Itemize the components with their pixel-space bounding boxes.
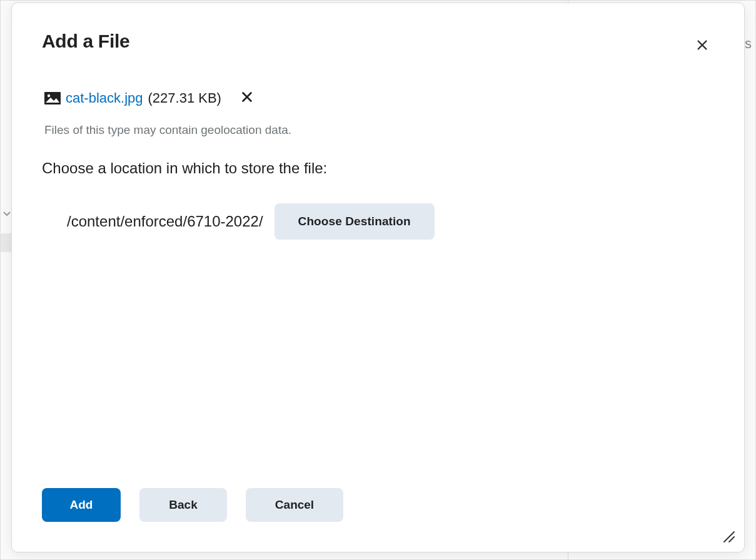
add-file-modal: Add a File cat-black.jpg (227.31 KB) <box>11 3 745 552</box>
add-button[interactable]: Add <box>42 488 121 522</box>
svg-line-7 <box>724 532 734 542</box>
geolocation-warning: Files of this type may contain geolocati… <box>44 123 714 137</box>
location-prompt: Choose a location in which to store the … <box>42 160 714 177</box>
file-size-text: (227.31 KB) <box>148 90 221 106</box>
svg-line-8 <box>729 537 734 542</box>
cancel-button[interactable]: Cancel <box>246 488 343 522</box>
remove-icon <box>240 96 254 106</box>
remove-file-button[interactable] <box>238 88 256 108</box>
destination-path: /content/enforced/6710-2022/ <box>67 213 263 230</box>
destination-row: /content/enforced/6710-2022/ Choose Dest… <box>67 203 714 240</box>
modal-body: cat-black.jpg (227.31 KB) Files of this … <box>12 58 744 473</box>
image-icon <box>44 92 61 104</box>
modal-title: Add a File <box>42 31 129 52</box>
file-name-link[interactable]: cat-black.jpg <box>66 90 143 106</box>
close-button[interactable] <box>692 34 713 58</box>
file-row: cat-black.jpg (227.31 KB) <box>44 88 714 108</box>
choose-destination-button[interactable]: Choose Destination <box>275 203 435 240</box>
svg-point-3 <box>48 94 50 96</box>
close-icon <box>695 44 709 54</box>
modal-footer: Add Back Cancel <box>12 473 744 552</box>
resize-handle[interactable] <box>720 528 735 543</box>
background-text-fragment: s <box>745 36 752 52</box>
modal-header: Add a File <box>12 3 744 58</box>
back-button[interactable]: Back <box>139 488 227 522</box>
